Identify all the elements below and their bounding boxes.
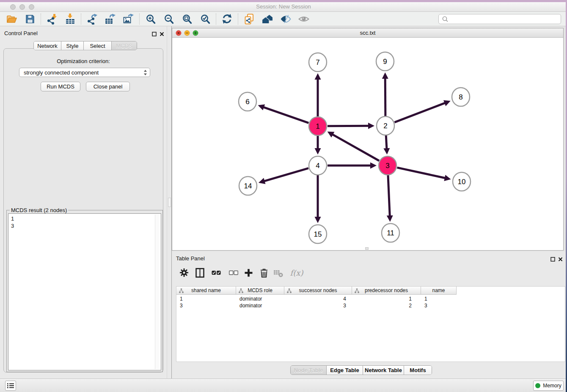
export-table-icon <box>105 14 116 25</box>
cell-predecessor-nodes[interactable]: 2 <box>352 302 421 309</box>
canvas-resize-grip[interactable] <box>365 247 369 250</box>
zoom-in-button[interactable] <box>141 13 160 25</box>
criterion-dropdown[interactable]: strongly connected component <box>19 68 150 77</box>
deselect-all-button[interactable] <box>227 267 240 279</box>
save-session-button[interactable] <box>21 13 39 25</box>
zoom-out-button[interactable] <box>160 13 178 25</box>
graph-node-label: 6 <box>245 98 249 106</box>
zoom-fit-icon <box>182 14 192 24</box>
zoom-selected-button[interactable] <box>196 13 214 25</box>
column-header-predecessor-nodes[interactable]: predecessor nodes <box>352 287 421 294</box>
table-panel: Table Panel <box>172 251 567 378</box>
duplicate-network-button[interactable] <box>240 13 258 25</box>
network-canvas[interactable]: 7968124314101511 <box>172 38 563 250</box>
graph-edge-3-11[interactable] <box>388 175 390 216</box>
control-panel-title: Control Panel <box>4 30 38 36</box>
open-session-button[interactable] <box>3 13 21 25</box>
toolbar-separator <box>139 14 140 25</box>
export-network-button[interactable] <box>83 13 101 25</box>
node-table-header: shared name MCDS role successor nodes pr… <box>176 287 457 295</box>
graph-edge-3-10[interactable] <box>397 168 445 178</box>
cell-successor-nodes[interactable]: 3 <box>284 302 352 309</box>
refresh-button[interactable] <box>218 13 236 25</box>
table-row: 1 dominator 4 1 1 <box>176 295 457 302</box>
node-table: shared name MCDS role successor nodes pr… <box>176 286 565 362</box>
graph-edge-arrowhead <box>259 178 265 184</box>
tab-select[interactable]: Select <box>84 41 112 50</box>
search-input[interactable] <box>449 15 561 23</box>
cell-predecessor-nodes[interactable]: 1 <box>352 295 421 302</box>
cell-mcds-role[interactable]: dominator <box>236 302 284 309</box>
duplicate-network-icon <box>244 14 255 25</box>
export-image-button[interactable] <box>119 13 138 25</box>
home-button[interactable] <box>258 13 276 25</box>
tab-edge-table[interactable]: Edge Table <box>327 366 363 375</box>
show-graphics-details-button[interactable] <box>276 13 295 25</box>
result-scrollbar[interactable] <box>155 215 160 369</box>
import-network-button[interactable] <box>43 13 61 25</box>
panel-splitter[interactable] <box>167 26 172 378</box>
splitter-grip-icon[interactable] <box>168 198 171 207</box>
graph-edge-2-8[interactable] <box>394 103 445 122</box>
close-panel-button[interactable]: Close panel <box>86 82 130 91</box>
graph-node-label: 14 <box>244 182 252 190</box>
graph-edge-arrowhead <box>370 163 377 169</box>
hide-graphics-details-button[interactable] <box>295 13 313 25</box>
close-panel-icon[interactable] <box>160 30 164 38</box>
tab-style[interactable]: Style <box>61 41 84 50</box>
export-table-button[interactable] <box>101 13 119 25</box>
memory-button[interactable]: Memory <box>533 381 564 391</box>
network-window-title: scc.txt <box>172 30 563 36</box>
network-graph: 7968124314101511 <box>172 38 563 250</box>
delete-row-button[interactable] <box>258 267 270 279</box>
float-panel-icon[interactable] <box>152 30 157 38</box>
show-columns-button[interactable] <box>193 267 206 279</box>
graph-edge-2-3[interactable] <box>386 135 387 149</box>
column-header-mcds-role[interactable]: MCDS role <box>236 287 284 294</box>
cell-successor-nodes[interactable]: 4 <box>284 295 352 302</box>
status-bar: Memory <box>0 378 567 392</box>
column-header-shared-name[interactable]: shared name <box>176 287 236 294</box>
column-header-name[interactable]: name <box>421 287 457 294</box>
table-settings-button[interactable] <box>178 267 190 279</box>
add-row-button[interactable] <box>242 267 255 279</box>
toolbar-separator <box>238 14 238 25</box>
select-all-button[interactable] <box>210 267 223 279</box>
control-panel: Control Panel Network Style Select MCDS … <box>0 26 167 378</box>
zoom-out-icon <box>164 14 174 24</box>
graph-edge-1-2[interactable] <box>328 126 369 126</box>
graph-edge-2-9[interactable] <box>385 78 385 116</box>
cell-name[interactable]: 1 <box>421 295 457 302</box>
graph-edge-3-1[interactable] <box>332 134 379 161</box>
deselect-all-icon <box>229 271 238 275</box>
mcds-result-textarea[interactable]: 1 3 <box>8 213 161 370</box>
cell-shared-name[interactable]: 3 <box>176 302 236 309</box>
column-header-successor-nodes[interactable]: successor nodes <box>284 287 352 294</box>
run-mcds-button[interactable]: Run MCDS <box>41 82 80 91</box>
tab-network-table[interactable]: Network Table <box>363 366 404 375</box>
graph-edge-1-6[interactable] <box>263 107 308 123</box>
graph-edge-4-14[interactable] <box>264 168 308 181</box>
zoom-fit-button[interactable] <box>178 13 196 25</box>
mcds-result-group: MCDS result (2 nodes) 1 3 <box>6 210 163 372</box>
close-table-panel-icon[interactable] <box>558 256 563 263</box>
graph-node-label: 4 <box>316 162 319 170</box>
cell-name[interactable]: 3 <box>421 302 457 309</box>
tab-mcds[interactable]: MCDS <box>112 41 137 50</box>
network-window-titlebar: scc.txt <box>172 28 563 38</box>
tab-network[interactable]: Network <box>34 41 61 50</box>
gear-icon <box>179 268 189 277</box>
import-table-button[interactable] <box>61 13 79 25</box>
tree-icon <box>287 288 292 293</box>
cell-shared-name[interactable]: 1 <box>176 295 236 302</box>
float-table-panel-icon[interactable] <box>550 256 555 263</box>
show-graphics-details-icon <box>280 14 291 24</box>
search-box[interactable] <box>438 14 561 24</box>
graph-node-label: 7 <box>316 58 319 66</box>
task-history-button[interactable] <box>5 381 16 391</box>
tab-motifs[interactable]: Motifs <box>404 366 432 375</box>
cell-mcds-role[interactable]: dominator <box>236 295 284 302</box>
toolbar-separator <box>81 14 81 25</box>
mcds-result-title: MCDS result (2 nodes) <box>10 207 68 213</box>
tab-node-table[interactable]: Node Table <box>291 366 327 375</box>
